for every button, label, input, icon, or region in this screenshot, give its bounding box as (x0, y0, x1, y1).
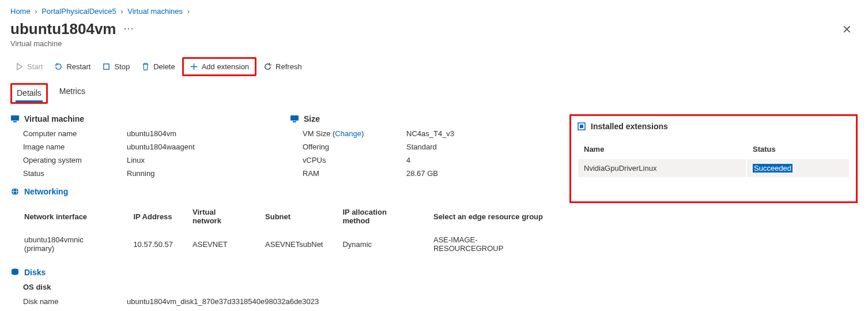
page-subtitle: Virtual machine (10, 39, 858, 48)
label-computer-name: Computer name (23, 129, 127, 138)
tab-bar: Details Metrics (10, 83, 858, 104)
delete-icon (141, 62, 150, 71)
value-ram: 28.67 GB (406, 169, 552, 178)
change-size-link[interactable]: Change (335, 129, 361, 138)
extension-icon (577, 122, 586, 131)
vm-section-heading: Virtual machine (24, 114, 84, 123)
start-button[interactable]: Start (10, 60, 47, 73)
col-subnet: Subnet (252, 203, 329, 230)
installed-extensions-panel: Installed extensions Name Status NvidiaG… (569, 114, 858, 203)
status-badge: Succeeded (753, 164, 792, 173)
value-status: Running (127, 169, 273, 178)
networking-section: Networking Network interface IP Address … (10, 187, 552, 258)
vm-section: Virtual machine Computer name ubuntu1804… (10, 114, 273, 178)
cell-vnet: ASEVNET (180, 231, 251, 257)
label-vm-size-text: VM Size (303, 129, 330, 138)
restart-label: Restart (66, 62, 90, 71)
restart-button[interactable]: Restart (50, 60, 95, 73)
command-bar: Start Restart Stop Delete Add extension … (10, 55, 858, 83)
disk-icon (10, 268, 20, 277)
label-ram: RAM (303, 169, 406, 178)
value-os: Linux (127, 156, 273, 164)
col-virtual-network: Virtual network (180, 203, 251, 230)
stop-button[interactable]: Stop (97, 60, 134, 73)
delete-button[interactable]: Delete (137, 60, 180, 73)
col-ext-name: Name (578, 140, 746, 158)
value-vm-size: NC4as_T4_v3 (406, 129, 552, 138)
networking-heading[interactable]: Networking (24, 187, 68, 196)
svg-rect-0 (104, 64, 109, 69)
cell-alloc: Dynamic (330, 231, 419, 257)
play-icon (15, 62, 24, 71)
size-section-heading: Size (304, 114, 320, 123)
close-icon[interactable]: ✕ (842, 23, 858, 36)
chevron-right-icon: › (187, 7, 190, 16)
value-vcpus: 4 (406, 156, 552, 164)
col-ext-status: Status (747, 140, 849, 158)
monitor-icon (10, 114, 20, 123)
page-title: ubuntu1804vm (10, 20, 116, 38)
col-network-interface: Network interface (12, 203, 119, 230)
add-extension-button[interactable]: Add extension (185, 60, 254, 73)
restart-icon (54, 62, 63, 71)
col-ip-allocation: IP allocation method (330, 203, 419, 230)
breadcrumb-vms[interactable]: Virtual machines (127, 7, 183, 16)
extensions-table: Name Status NvidiaGpuDriverLinux Succeed… (577, 139, 850, 178)
refresh-icon (263, 62, 272, 71)
table-row[interactable]: NvidiaGpuDriverLinux Succeeded (578, 159, 849, 177)
cell-ext-name: NvidiaGpuDriverLinux (578, 159, 746, 177)
col-resource-group: Select an edge resource group (421, 203, 551, 230)
stop-icon (102, 62, 111, 71)
label-image-name: Image name (23, 143, 127, 151)
label-disk-name: Disk name (23, 297, 127, 306)
cell-subnet: ASEVNETsubNet (252, 231, 329, 257)
col-ip-address: IP Address (120, 203, 179, 230)
chevron-right-icon: › (35, 7, 37, 16)
cell-ip: 10.57.50.57 (120, 231, 179, 257)
disks-heading[interactable]: Disks (24, 268, 46, 277)
disks-section: Disks OS disk Disk name ubuntu1804vm_dis… (10, 268, 552, 311)
stop-label: Stop (114, 62, 130, 71)
plus-icon (190, 62, 198, 71)
cell-iface: ubuntu1804vmnic (primary) (12, 231, 119, 257)
label-offering: Offering (303, 143, 406, 151)
os-disk-subheading: OS disk (10, 283, 552, 291)
chevron-right-icon: › (120, 7, 123, 16)
breadcrumb-home[interactable]: Home (10, 7, 31, 16)
svg-rect-10 (580, 125, 583, 128)
networking-table: Network interface IP Address Virtual net… (10, 202, 552, 258)
size-section: Size VM Size (Change) NC4as_T4_v3 Offeri… (290, 114, 552, 178)
svg-rect-3 (290, 115, 299, 121)
value-computer-name: ubuntu1804vm (127, 129, 273, 138)
tab-metrics[interactable]: Metrics (58, 83, 86, 104)
label-status: Status (23, 169, 127, 178)
svg-rect-2 (13, 121, 17, 122)
extensions-heading: Installed extensions (591, 122, 668, 131)
label-vm-size: VM Size (Change) (303, 129, 406, 138)
value-offering: Standard (406, 143, 552, 151)
monitor-icon (290, 114, 299, 123)
more-icon[interactable]: ⋯ (123, 22, 134, 37)
delete-label: Delete (153, 62, 175, 71)
breadcrumb: Home › PortalPhysicalDevice5 › Virtual m… (10, 7, 858, 16)
tab-details[interactable]: Details (16, 85, 43, 102)
value-disk-name: ubuntu1804vm_disk1_870e37d3318540e98032a… (127, 297, 552, 306)
cell-rg: ASE-IMAGE-RESOURCEGROUP (421, 231, 551, 257)
label-os: Operating system (23, 156, 127, 164)
breadcrumb-device[interactable]: PortalPhysicalDevice5 (41, 7, 116, 16)
label-vcpus: vCPUs (303, 156, 406, 164)
start-label: Start (27, 62, 43, 71)
svg-rect-4 (293, 121, 296, 122)
table-row[interactable]: ubuntu1804vmnic (primary) 10.57.50.57 AS… (12, 231, 551, 257)
add-extension-label: Add extension (202, 62, 249, 71)
svg-rect-1 (11, 115, 19, 121)
refresh-label: Refresh (276, 62, 302, 71)
cell-ext-status: Succeeded (747, 159, 849, 177)
refresh-button[interactable]: Refresh (259, 60, 307, 73)
value-image-name: ubuntu1804waagent (127, 143, 273, 151)
globe-icon (10, 187, 20, 196)
